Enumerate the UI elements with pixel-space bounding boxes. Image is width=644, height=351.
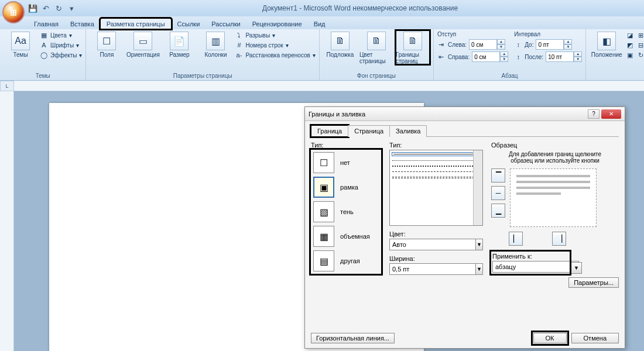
border-color-combo[interactable]: ▼	[389, 239, 483, 250]
dialog-tab-border[interactable]: Граница	[311, 125, 348, 137]
columns-button[interactable]: ▥Колонки	[198, 30, 232, 58]
arrange-btn2[interactable]: ◩	[626, 40, 634, 50]
arrange-btn6[interactable]: ↻	[636, 50, 644, 60]
breaks-icon: ⤵	[235, 31, 243, 39]
themes-button[interactable]: Aa Темы	[4, 30, 37, 58]
theme-colors-button[interactable]: ▦Цвета ▾	[40, 30, 82, 40]
border-width-combo[interactable]: ▼	[389, 263, 483, 275]
line-numbers-button[interactable]: #Номера строк ▾	[235, 40, 315, 50]
preview-label: Образец	[491, 142, 619, 149]
margins-button[interactable]: ☐Поля	[90, 30, 124, 58]
style-scrollbar[interactable]	[473, 150, 482, 225]
size-button[interactable]: 📄Размер	[162, 30, 196, 58]
spin-up-icon[interactable]: ▲	[564, 39, 572, 44]
spin-down-icon[interactable]: ▼	[500, 57, 508, 62]
spacing-heading: Интервал	[514, 30, 582, 38]
columns-icon: ▥	[206, 32, 225, 50]
border-setting-shadow[interactable]: ▧тень	[313, 201, 379, 222]
indent-right-label: Справа:	[448, 54, 470, 60]
preview-bottom-button[interactable]: ▁	[491, 204, 505, 218]
group-themes-label: Темы	[4, 71, 82, 80]
title-bar: ⊞ 💾 ↶ ↻ ▾ Документ1 - Microsoft Word нек…	[0, 0, 644, 16]
spacing-before-input[interactable]: ▲▼	[536, 39, 572, 50]
spin-down-icon[interactable]: ▼	[564, 44, 572, 50]
custom-icon: ▤	[313, 250, 334, 271]
watermark-button[interactable]: 🗎Подложка	[323, 30, 357, 58]
chevron-down-icon[interactable]: ▼	[476, 239, 483, 250]
indent-right-input[interactable]: ▲▼	[472, 51, 508, 62]
cancel-button[interactable]: Отмена	[571, 333, 619, 343]
group-page-background-label: Фон страницы	[323, 71, 430, 80]
watermark-icon: 🗎	[331, 32, 350, 50]
spin-down-icon[interactable]: ▼	[574, 57, 582, 62]
page-borders-button[interactable]: 🗎Границы страниц	[396, 30, 430, 64]
border-color-label: Цвет:	[389, 230, 483, 238]
border-setting-none[interactable]: ☐нет	[313, 152, 379, 173]
dialog-help-button[interactable]: ?	[588, 109, 600, 119]
undo-icon[interactable]: ↶	[41, 4, 50, 13]
dialog-tab-shading[interactable]: Заливка	[389, 125, 427, 137]
border-setting-box[interactable]: ▣рамка	[313, 177, 379, 198]
theme-fonts-button[interactable]: AШрифты ▾	[40, 40, 82, 50]
vertical-ruler[interactable]	[0, 91, 14, 351]
office-button[interactable]: ⊞	[2, 1, 25, 23]
box-icon: ▣	[313, 177, 334, 198]
tab-page-layout[interactable]: Разметка страницы	[100, 18, 172, 29]
horizontal-ruler[interactable]	[14, 81, 644, 91]
spin-up-icon[interactable]: ▲	[574, 51, 582, 57]
preview-top-button[interactable]: ▔	[491, 168, 505, 183]
position-button[interactable]: ◧Положение	[590, 30, 624, 58]
tab-home[interactable]: Главная	[28, 19, 64, 29]
spin-up-icon[interactable]: ▲	[500, 51, 508, 57]
options-button[interactable]: Параметры...	[568, 277, 619, 288]
qat-dropdown-icon[interactable]: ▾	[67, 4, 76, 13]
orientation-button[interactable]: ▭Ориентация	[126, 30, 160, 58]
breaks-button[interactable]: ⤵Разрывы ▾	[235, 30, 315, 40]
save-icon[interactable]: 💾	[28, 4, 37, 13]
spacing-after-label: После:	[525, 54, 543, 60]
ok-button[interactable]: ОК	[533, 333, 567, 343]
arrange-btn5[interactable]: ⊟	[636, 40, 644, 50]
ruler-corner[interactable]: L	[0, 81, 14, 91]
tab-insert[interactable]: Вставка	[64, 19, 100, 29]
tab-references[interactable]: Ссылки	[172, 19, 206, 29]
hyphenation-button[interactable]: a-Расстановка переносов ▾	[235, 50, 315, 60]
dialog-tab-page[interactable]: Страница	[348, 125, 390, 137]
border-setting-custom[interactable]: ▤другая	[313, 250, 379, 271]
dialog-titlebar[interactable]: Границы и заливка ? ✕	[305, 107, 625, 121]
border-setting-3d[interactable]: ▦объемная	[313, 226, 379, 247]
preview-sample[interactable]	[510, 168, 597, 227]
preview-left-button[interactable]: ▏	[509, 232, 523, 246]
preview-hmid-button[interactable]: ─	[491, 186, 505, 200]
border-setting-label: Тип:	[311, 142, 381, 149]
redo-icon[interactable]: ↻	[54, 4, 63, 13]
spin-down-icon[interactable]: ▼	[497, 44, 505, 50]
apply-to-combo[interactable]	[492, 261, 568, 273]
indent-left-input[interactable]: ▲▼	[469, 39, 505, 50]
chevron-down-icon[interactable]: ▼	[476, 263, 483, 275]
tab-mailings[interactable]: Рассылки	[205, 19, 246, 29]
border-preview-panel: Образец Для добавления границ щелкните о…	[491, 142, 619, 288]
group-paragraph-label: Абзац	[437, 71, 582, 80]
dialog-close-button[interactable]: ✕	[601, 109, 621, 119]
tab-review[interactable]: Рецензирование	[246, 19, 308, 29]
group-page-setup-label: Параметры страницы	[90, 71, 315, 80]
arrange-btn3[interactable]: ▣	[626, 50, 634, 60]
page-color-button[interactable]: 🗎Цвет страницы	[359, 30, 393, 64]
line-numbers-icon: #	[235, 41, 243, 49]
spacing-after-input[interactable]: ▲▼	[546, 51, 582, 62]
orientation-icon: ▭	[133, 32, 152, 50]
border-style-list[interactable]	[389, 150, 483, 226]
apply-to-dropdown[interactable]: ▼	[571, 262, 582, 274]
indent-right-icon: ⇤	[437, 53, 446, 61]
spacing-after-icon: ↕	[514, 53, 522, 61]
borders-shading-dialog: Границы и заливка ? ✕ Граница Страница З…	[304, 106, 625, 349]
arrange-btn4[interactable]: ⊞	[636, 30, 644, 40]
theme-effects-button[interactable]: ◯Эффекты ▾	[40, 50, 82, 60]
arrange-btn1[interactable]: ◪	[626, 30, 634, 40]
tab-view[interactable]: Вид	[308, 19, 331, 29]
horizontal-line-button[interactable]: Горизонтальная линия...	[311, 333, 395, 343]
spin-up-icon[interactable]: ▲	[497, 39, 505, 44]
preview-right-button[interactable]: ▕	[552, 232, 566, 246]
ribbon-tabs: Главная Вставка Разметка страницы Ссылки…	[0, 16, 644, 29]
